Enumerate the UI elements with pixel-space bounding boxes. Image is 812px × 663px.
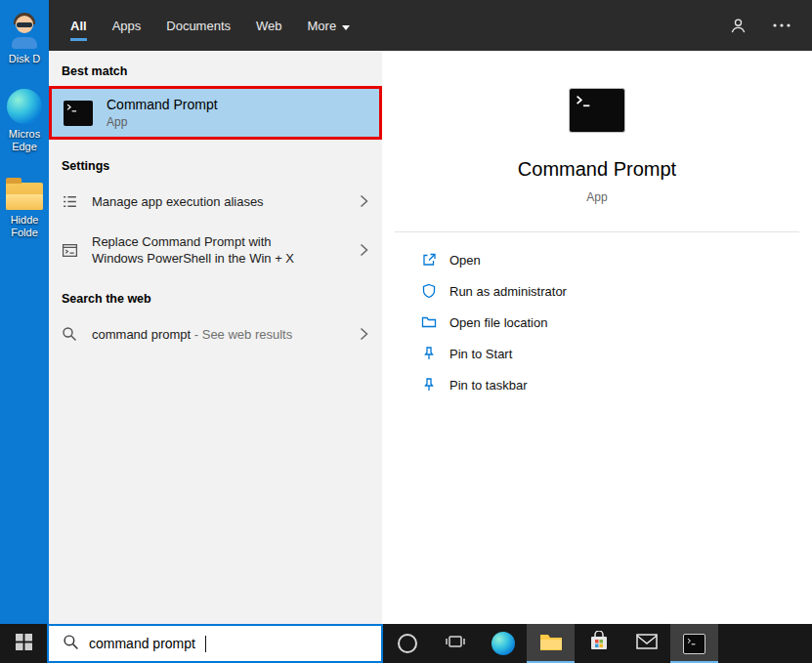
terminal-window-icon xyxy=(61,242,78,259)
file-explorer-icon xyxy=(539,632,563,655)
desktop-icon-disk[interactable]: Disk D xyxy=(0,12,49,65)
settings-item-label: Replace Command Prompt with Windows Powe… xyxy=(92,233,305,267)
best-match-text: Command Prompt App xyxy=(107,97,218,129)
web-result-suffix: - See web results xyxy=(191,327,292,342)
command-prompt-icon xyxy=(64,101,93,126)
action-open-file-location[interactable]: Open file location xyxy=(421,307,812,338)
taskbar: command prompt xyxy=(0,624,812,663)
windows-logo-icon xyxy=(16,634,32,654)
file-explorer-button[interactable] xyxy=(527,624,575,663)
preview-panel: Command Prompt App Open Run as administr… xyxy=(382,51,812,624)
tab-label: More xyxy=(308,19,337,33)
results-panel: Best match Command Prompt App Settings M… xyxy=(49,51,382,624)
chevron-right-icon xyxy=(360,243,370,257)
web-result-label: command prompt - See web results xyxy=(92,326,292,343)
action-label: Open xyxy=(449,253,481,268)
task-view-button[interactable] xyxy=(431,624,479,663)
tab-documents[interactable]: Documents xyxy=(166,0,231,51)
command-prompt-button[interactable] xyxy=(670,624,718,663)
store-icon xyxy=(589,631,609,656)
desktop-icon-column: Disk D Micros Edge Hidde Folde xyxy=(0,12,49,239)
web-result-query: command prompt xyxy=(92,327,191,342)
folder-icon xyxy=(6,183,43,210)
search-input-value: command prompt xyxy=(89,636,195,651)
action-label: Pin to taskbar xyxy=(449,378,528,393)
search-icon xyxy=(63,634,79,654)
action-list: Open Run as administrator Open file loca… xyxy=(382,232,812,400)
chevron-right-icon xyxy=(360,327,370,341)
tab-label: Web xyxy=(256,19,282,33)
settings-heading: Settings xyxy=(49,151,382,181)
task-view-icon xyxy=(445,633,466,654)
action-run-as-administrator[interactable]: Run as administrator xyxy=(421,275,812,307)
taskbar-buttons xyxy=(383,624,718,663)
best-match-title: Command Prompt xyxy=(107,97,218,112)
search-header: All Apps Documents Web More xyxy=(49,0,812,51)
search-flyout: All Apps Documents Web More Best match C… xyxy=(49,0,812,624)
mail-icon xyxy=(636,634,658,653)
desktop-icon-edge[interactable]: Micros Edge xyxy=(0,89,49,153)
action-label: Open file location xyxy=(449,315,547,330)
tab-label: Documents xyxy=(166,19,231,33)
tab-web[interactable]: Web xyxy=(256,0,282,51)
search-tabs: All Apps Documents Web More xyxy=(70,0,350,51)
cortana-circle-icon xyxy=(398,634,417,653)
command-prompt-icon xyxy=(683,634,705,654)
tab-apps[interactable]: Apps xyxy=(112,0,142,51)
signin-icon[interactable] xyxy=(729,17,748,35)
cortana-button[interactable] xyxy=(383,624,431,663)
settings-item-label: Manage app execution aliases xyxy=(92,193,264,210)
edge-icon xyxy=(7,89,42,124)
tab-label: Apps xyxy=(112,19,142,33)
search-icon xyxy=(61,326,78,342)
web-result[interactable]: command prompt - See web results xyxy=(49,313,382,354)
web-heading: Search the web xyxy=(49,284,382,313)
list-icon xyxy=(61,193,78,210)
disk-avatar-icon xyxy=(6,12,43,49)
desktop-icon-label: Micros Edge xyxy=(0,128,49,153)
text-caret xyxy=(205,636,206,652)
start-button[interactable] xyxy=(0,624,47,663)
search-body: Best match Command Prompt App Settings M… xyxy=(49,51,812,624)
folder-icon xyxy=(421,314,437,330)
mail-button[interactable] xyxy=(622,624,670,663)
best-match-heading: Best match xyxy=(49,57,382,86)
chevron-right-icon xyxy=(360,194,370,208)
edge-button[interactable] xyxy=(479,624,527,663)
action-label: Run as administrator xyxy=(449,284,567,299)
tab-label: All xyxy=(70,19,87,33)
tab-more[interactable]: More xyxy=(308,0,351,51)
pin-icon xyxy=(421,346,437,361)
store-button[interactable] xyxy=(575,624,622,663)
command-prompt-icon xyxy=(569,88,625,133)
tab-all[interactable]: All xyxy=(70,0,87,51)
taskbar-search-input[interactable]: command prompt xyxy=(47,624,383,663)
desktop-icon-label: Hidde Folde xyxy=(0,214,49,239)
best-match-type: App xyxy=(107,115,218,129)
edge-icon xyxy=(491,632,515,655)
header-icons xyxy=(729,17,791,35)
ellipsis-icon[interactable] xyxy=(773,23,791,27)
open-icon xyxy=(421,252,437,268)
action-pin-to-start[interactable]: Pin to Start xyxy=(421,338,812,369)
settings-item-replace[interactable]: Replace Command Prompt with Windows Powe… xyxy=(49,222,382,278)
action-open[interactable]: Open xyxy=(421,244,812,275)
desktop-icon-label: Disk D xyxy=(0,53,49,65)
pin-icon xyxy=(421,377,437,393)
preview-type: App xyxy=(586,190,607,204)
chevron-down-icon xyxy=(342,19,350,33)
action-label: Pin to Start xyxy=(449,347,512,361)
preview-title: Command Prompt xyxy=(518,158,676,181)
shield-icon xyxy=(421,283,437,299)
best-match-result[interactable]: Command Prompt App xyxy=(49,86,382,140)
desktop-icon-folder[interactable]: Hidde Folde xyxy=(0,177,49,239)
settings-item-aliases[interactable]: Manage app execution aliases xyxy=(49,181,382,222)
action-pin-to-taskbar[interactable]: Pin to taskbar xyxy=(421,369,812,400)
